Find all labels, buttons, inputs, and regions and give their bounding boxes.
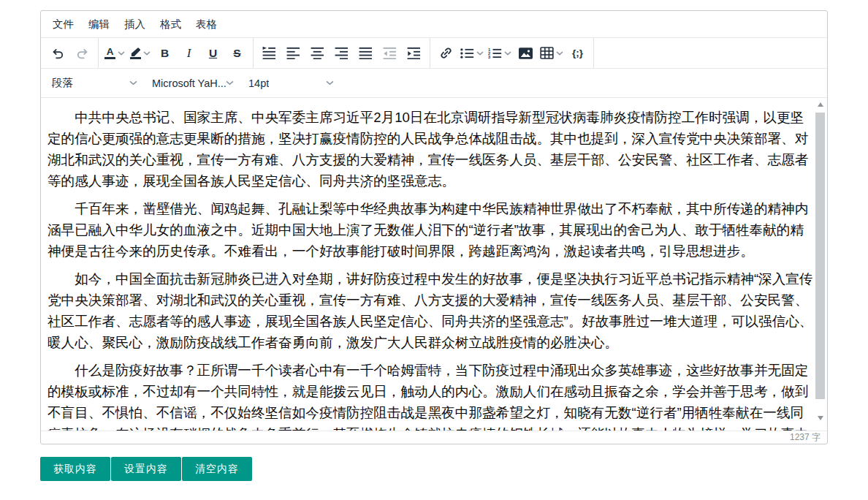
chevron-down-icon — [143, 51, 151, 56]
numbered-list-button[interactable]: 123 — [486, 42, 514, 64]
undo-icon — [51, 47, 65, 60]
toolbar-primary: A B I U S — [41, 38, 827, 69]
redo-icon — [75, 47, 89, 60]
bullet-list-button[interactable] — [458, 42, 486, 64]
editor-content-area: 中共中央总书记、国家主席、中央军委主席习近平2月10日在北京调研指导新型冠状病毒… — [41, 98, 827, 431]
align-justify-icon — [359, 47, 373, 59]
numbered-list-icon: 123 — [488, 48, 502, 59]
font-size-dropdown[interactable]: 14pt — [243, 72, 339, 94]
toolbar-group-align — [254, 38, 430, 68]
menu-item-edit[interactable]: 编辑 — [81, 14, 117, 35]
first-line-indent-icon — [262, 47, 276, 59]
paragraph-format-value: 段落 — [52, 76, 73, 90]
chevron-down-icon — [326, 80, 334, 86]
align-justify-button[interactable] — [354, 42, 378, 64]
italic-button[interactable]: I — [177, 42, 201, 64]
toolbar-group-fonts: A B I U S — [99, 38, 254, 68]
menu-item-table[interactable]: 表格 — [189, 14, 224, 35]
image-icon — [519, 48, 533, 59]
code-sample-icon: {;} — [572, 48, 583, 58]
toolbar-secondary: 段落 Microsoft YaH... 14pt — [41, 69, 827, 98]
first-line-indent-button[interactable] — [257, 42, 281, 64]
paragraph: 中共中央总书记、国家主席、中央军委主席习近平2月10日在北京调研指导新型冠状病毒… — [47, 107, 814, 192]
toolbar-group-history — [42, 38, 99, 68]
highlight-color-button[interactable] — [127, 42, 153, 64]
paragraph-format-dropdown[interactable]: 段落 — [47, 72, 142, 94]
font-family-value: Microsoft YaH... — [152, 77, 226, 89]
align-left-button[interactable] — [281, 42, 305, 64]
table-icon — [540, 47, 554, 59]
paragraph: 千百年来，凿壁借光、闻鸡起舞、孔融让梨等中华经典故事为构建中华民族精神世界做出了… — [47, 198, 814, 262]
strikethrough-button[interactable]: S — [225, 42, 249, 64]
paragraph: 如今，中国全面抗击新冠肺炎已进入对垒期，讲好防疫过程中发生的好故事，便是坚决执行… — [47, 268, 814, 353]
undo-button[interactable] — [46, 42, 70, 64]
scrollbar-down-arrow[interactable] — [815, 413, 826, 423]
table-button[interactable] — [538, 42, 566, 64]
outdent-icon — [383, 47, 397, 59]
chevron-down-icon — [226, 80, 234, 86]
text-color-icon: A — [104, 47, 115, 60]
statusbar: 1237 字 — [41, 431, 827, 444]
bold-icon: B — [161, 47, 169, 60]
link-button[interactable] — [434, 42, 458, 64]
outdent-button[interactable] — [378, 42, 402, 64]
font-family-dropdown[interactable]: Microsoft YaH... — [147, 72, 239, 94]
align-left-icon — [286, 47, 300, 59]
rich-text-editor: 文件 编辑 插入 格式 表格 A — [40, 10, 828, 444]
menubar: 文件 编辑 插入 格式 表格 — [41, 11, 827, 38]
chevron-down-icon — [504, 51, 511, 56]
word-count: 1237 字 — [790, 431, 821, 444]
svg-text:3: 3 — [488, 55, 490, 59]
menu-item-file[interactable]: 文件 — [45, 14, 81, 35]
align-center-button[interactable] — [305, 42, 330, 64]
menu-item-insert[interactable]: 插入 — [117, 14, 153, 35]
italic-icon: I — [187, 46, 191, 61]
set-content-button[interactable]: 设置内容 — [111, 457, 181, 481]
get-content-button[interactable]: 获取内容 — [40, 457, 110, 481]
code-sample-button[interactable]: {;} — [566, 42, 590, 64]
indent-icon — [407, 47, 421, 59]
indent-button[interactable] — [402, 42, 426, 64]
chevron-down-icon — [476, 51, 484, 56]
underline-icon: U — [209, 47, 217, 60]
chevron-down-icon — [118, 51, 125, 56]
scrollbar-up-arrow[interactable] — [815, 99, 826, 110]
text-color-button[interactable]: A — [102, 42, 127, 64]
insert-image-button[interactable] — [514, 42, 538, 64]
chevron-down-icon — [129, 80, 137, 86]
chevron-down-icon — [556, 51, 563, 56]
scrollbar[interactable] — [815, 99, 826, 423]
action-buttons: 获取内容 设置内容 清空内容 — [40, 457, 252, 481]
font-size-value: 14pt — [248, 77, 269, 89]
redo-button[interactable] — [70, 42, 94, 64]
align-right-icon — [335, 47, 349, 59]
menu-item-format[interactable]: 格式 — [153, 14, 189, 35]
bullet-list-icon — [460, 48, 474, 59]
align-right-button[interactable] — [330, 42, 354, 64]
highlight-pen-icon — [129, 48, 141, 59]
clear-content-button[interactable]: 清空内容 — [182, 457, 252, 481]
paragraph: 什么是防疫好故事？正所谓一千个读者心中有一千个哈姆雷特，当下防疫过程中涌现出众多… — [47, 360, 814, 431]
underline-button[interactable]: U — [201, 42, 225, 64]
toolbar-group-insert: 123 {;} — [430, 38, 594, 68]
strikethrough-icon: S — [233, 47, 240, 60]
align-center-icon — [311, 47, 324, 59]
link-icon — [439, 46, 453, 60]
editor-content[interactable]: 中共中央总书记、国家主席、中央军委主席习近平2月10日在北京调研指导新型冠状病毒… — [41, 98, 814, 431]
bold-button[interactable]: B — [153, 42, 177, 64]
scrollbar-thumb[interactable] — [815, 113, 825, 399]
